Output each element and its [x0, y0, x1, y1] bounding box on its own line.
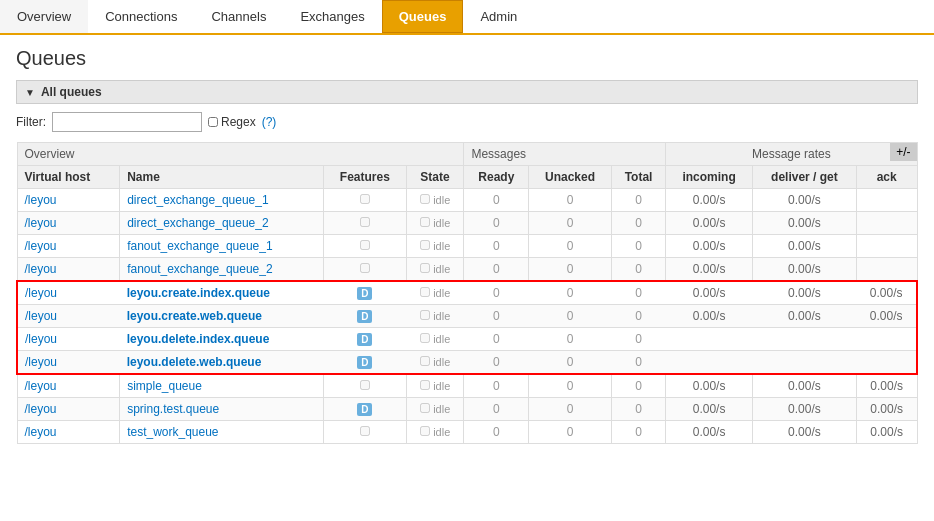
cell-vhost: /leyou [17, 328, 120, 351]
group-messages: Messages [464, 143, 666, 166]
cell-features [324, 258, 407, 282]
filter-row: Filter: Regex (?) [16, 112, 918, 132]
cell-ack [856, 258, 917, 282]
state-checkbox[interactable] [420, 240, 430, 250]
table-row[interactable]: /leyouleyou.delete.web.queueD idle000 [17, 351, 917, 375]
table-row[interactable]: /leyouspring.test.queueD idle0000.00/s0.… [17, 398, 917, 421]
queue-name-link[interactable]: fanout_exchange_queue_2 [127, 262, 272, 276]
nav-exchanges[interactable]: Exchanges [283, 0, 381, 33]
col-header-row: Virtual host Name Features State Ready U… [17, 166, 917, 189]
vhost-link[interactable]: /leyou [25, 262, 57, 276]
queue-name-link[interactable]: spring.test.queue [127, 402, 219, 416]
state-checkbox[interactable] [420, 380, 430, 390]
vhost-link[interactable]: /leyou [25, 216, 57, 230]
queue-name-link[interactable]: direct_exchange_queue_1 [127, 193, 268, 207]
state-checkbox[interactable] [420, 333, 430, 343]
cell-ready: 0 [464, 189, 529, 212]
cell-deliver: 0.00/s [753, 189, 857, 212]
state-checkbox[interactable] [420, 217, 430, 227]
cell-total: 0 [611, 328, 665, 351]
cell-ready: 0 [464, 305, 529, 328]
table-row[interactable]: /leyoufanout_exchange_queue_1 idle0000.0… [17, 235, 917, 258]
regex-checkbox-label[interactable]: Regex [208, 115, 256, 129]
queue-name-link[interactable]: fanout_exchange_queue_1 [127, 239, 272, 253]
vhost-link[interactable]: /leyou [25, 355, 57, 369]
queue-name-link[interactable]: direct_exchange_queue_2 [127, 216, 268, 230]
cell-state: idle [406, 305, 464, 328]
vhost-link[interactable]: /leyou [25, 402, 57, 416]
state-checkbox[interactable] [420, 263, 430, 273]
feature-checkbox[interactable] [360, 240, 370, 250]
filter-input[interactable] [52, 112, 202, 132]
feature-checkbox[interactable] [360, 380, 370, 390]
feature-checkbox[interactable] [360, 194, 370, 204]
table-row[interactable]: /leyouleyou.create.index.queueD idle0000… [17, 281, 917, 305]
cell-state: idle [406, 421, 464, 444]
table-row[interactable]: /leyoutest_work_queue idle0000.00/s0.00/… [17, 421, 917, 444]
vhost-link[interactable]: /leyou [25, 239, 57, 253]
queue-name-link[interactable]: leyou.create.web.queue [127, 309, 262, 323]
queue-name-link[interactable]: test_work_queue [127, 425, 218, 439]
queue-name-link[interactable]: leyou.delete.index.queue [127, 332, 270, 346]
nav-queues[interactable]: Queues [382, 0, 464, 33]
nav-channels[interactable]: Channels [194, 0, 283, 33]
table-row[interactable]: /leyouleyou.delete.index.queueD idle000 [17, 328, 917, 351]
regex-help-link[interactable]: (?) [262, 115, 277, 129]
cell-deliver: 0.00/s [753, 374, 857, 398]
state-checkbox[interactable] [420, 403, 430, 413]
nav-admin[interactable]: Admin [463, 0, 534, 33]
cell-incoming: 0.00/s [666, 235, 753, 258]
feature-checkbox[interactable] [360, 426, 370, 436]
state-checkbox[interactable] [420, 426, 430, 436]
plus-minus-button[interactable]: +/- [890, 143, 916, 161]
cell-vhost: /leyou [17, 235, 120, 258]
vhost-link[interactable]: /leyou [25, 286, 57, 300]
cell-incoming: 0.00/s [666, 212, 753, 235]
table-row[interactable]: /leyoudirect_exchange_queue_1 idle0000.0… [17, 189, 917, 212]
feature-checkbox[interactable] [360, 263, 370, 273]
state-value: idle [433, 403, 450, 415]
vhost-link[interactable]: /leyou [25, 332, 57, 346]
cell-name: leyou.create.web.queue [120, 305, 324, 328]
vhost-link[interactable]: /leyou [25, 309, 57, 323]
col-incoming: incoming [666, 166, 753, 189]
vhost-link[interactable]: /leyou [25, 425, 57, 439]
nav-connections[interactable]: Connections [88, 0, 194, 33]
cell-total: 0 [611, 281, 665, 305]
cell-total: 0 [611, 374, 665, 398]
cell-vhost: /leyou [17, 421, 120, 444]
queue-name-link[interactable]: simple_queue [127, 379, 202, 393]
cell-ready: 0 [464, 398, 529, 421]
col-ack: ack [856, 166, 917, 189]
state-checkbox[interactable] [420, 310, 430, 320]
vhost-link[interactable]: /leyou [25, 379, 57, 393]
cell-unacked: 0 [529, 421, 612, 444]
table-row[interactable]: /leyoufanout_exchange_queue_2 idle0000.0… [17, 258, 917, 282]
state-checkbox[interactable] [420, 356, 430, 366]
cell-incoming: 0.00/s [666, 189, 753, 212]
table-row[interactable]: /leyoudirect_exchange_queue_2 idle0000.0… [17, 212, 917, 235]
cell-unacked: 0 [529, 374, 612, 398]
section-all-queues[interactable]: ▼ All queues [16, 80, 918, 104]
collapse-arrow: ▼ [25, 87, 35, 98]
state-checkbox[interactable] [420, 194, 430, 204]
cell-ready: 0 [464, 374, 529, 398]
table-row[interactable]: /leyousimple_queue idle0000.00/s0.00/s0.… [17, 374, 917, 398]
feature-checkbox[interactable] [360, 217, 370, 227]
regex-checkbox[interactable] [208, 117, 218, 127]
vhost-link[interactable]: /leyou [25, 193, 57, 207]
queue-name-link[interactable]: leyou.create.index.queue [127, 286, 270, 300]
state-checkbox[interactable] [420, 287, 430, 297]
cell-deliver: 0.00/s [753, 398, 857, 421]
state-value: idle [433, 310, 450, 322]
cell-unacked: 0 [529, 328, 612, 351]
cell-unacked: 0 [529, 398, 612, 421]
cell-vhost: /leyou [17, 258, 120, 282]
cell-ack [856, 328, 917, 351]
cell-unacked: 0 [529, 235, 612, 258]
cell-ready: 0 [464, 351, 529, 375]
state-value: idle [433, 263, 450, 275]
table-row[interactable]: /leyouleyou.create.web.queueD idle0000.0… [17, 305, 917, 328]
nav-overview[interactable]: Overview [0, 0, 88, 33]
queue-name-link[interactable]: leyou.delete.web.queue [127, 355, 262, 369]
